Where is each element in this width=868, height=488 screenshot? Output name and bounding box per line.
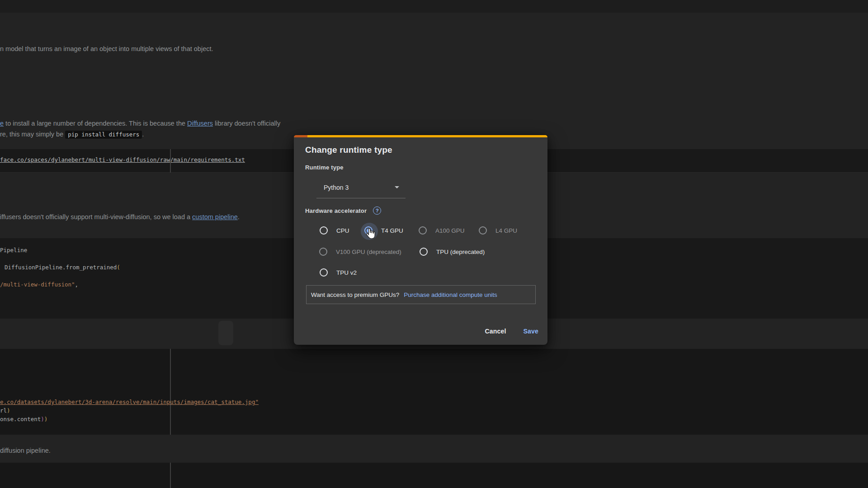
radio-icon[interactable] bbox=[420, 248, 428, 256]
code-line: e.co/datasets/dylanebert/3d-arena/resolv… bbox=[0, 398, 259, 406]
radio-option-l4-gpu[interactable]: L4 GPU bbox=[479, 226, 517, 235]
markdown-custom-pipeline-line: iffusers doesn't officially support mult… bbox=[0, 213, 240, 221]
radio-option-tpu-v2[interactable]: TPU v2 bbox=[320, 268, 357, 277]
code-cell-bottom-edge[interactable] bbox=[0, 463, 868, 488]
top-toolbar-strip bbox=[0, 0, 868, 13]
markdown-outro-text: diffusion pipeline. bbox=[0, 446, 51, 455]
topbar-orange-segment bbox=[307, 135, 547, 137]
code-line: rl) bbox=[0, 407, 10, 414]
radio-option-cpu[interactable]: CPU bbox=[320, 226, 349, 235]
runtime-type-value: Python 3 bbox=[324, 184, 349, 191]
dialog-actions: Cancel Save bbox=[478, 324, 545, 338]
radio-icon[interactable] bbox=[320, 268, 328, 277]
markdown-paragraph-line2: re, this may simply be pip install diffu… bbox=[0, 130, 144, 139]
help-icon[interactable]: ? bbox=[373, 206, 381, 215]
radio-option-a100-gpu[interactable]: A100 GPU bbox=[419, 226, 465, 235]
topbar-dark-orange-segment bbox=[294, 135, 307, 137]
code-line: Pipeline bbox=[0, 246, 27, 254]
cell-gap-widget bbox=[218, 321, 233, 345]
editor-column-ruler bbox=[170, 149, 171, 173]
markdown-intro-text: n model that turns an image of an object… bbox=[0, 45, 213, 53]
radio-option-tpu-deprecated[interactable]: TPU (deprecated) bbox=[420, 247, 485, 256]
premium-question: Want access to premium GPUs? bbox=[311, 291, 399, 298]
radio-icon[interactable] bbox=[479, 226, 487, 235]
diffusers-link[interactable]: Diffusers bbox=[187, 120, 213, 127]
hardware-accelerator-row: Hardware accelerator ? bbox=[305, 206, 381, 215]
premium-gpu-banner: Want access to premium GPUs? Purchase ad… bbox=[306, 285, 536, 304]
code-line: onse.content)) bbox=[0, 415, 47, 423]
chevron-down-icon bbox=[395, 186, 399, 188]
editor-column-ruler bbox=[170, 349, 171, 435]
colab-notebook-screen: n model that turns an image of an object… bbox=[0, 0, 868, 488]
radio-hover-halo bbox=[361, 223, 378, 240]
save-button[interactable]: Save bbox=[517, 324, 545, 338]
radio-icon[interactable] bbox=[419, 226, 427, 235]
cancel-button[interactable]: Cancel bbox=[478, 324, 512, 338]
code-cell-download[interactable]: e.co/datasets/dylanebert/3d-arena/resolv… bbox=[0, 349, 868, 435]
code-requirements-url: face.co/spaces/dylanebert/multi-view-dif… bbox=[0, 156, 245, 164]
radio-option-v100-gpu[interactable]: V100 GPU (deprecated) bbox=[319, 247, 401, 256]
custom-pipeline-link[interactable]: custom pipeline bbox=[192, 213, 238, 221]
runtime-type-select[interactable]: Python 3 bbox=[316, 177, 406, 198]
code-line: DiffusionPipeline.from_pretrained( bbox=[5, 263, 120, 271]
dialog-accent-topbar bbox=[294, 135, 547, 137]
editor-column-ruler bbox=[170, 463, 171, 488]
runtime-type-label: Runtime type bbox=[305, 164, 344, 171]
radio-icon-selected[interactable] bbox=[364, 226, 373, 235]
radio-icon[interactable] bbox=[319, 248, 327, 256]
markdown-paragraph-line1: e to install a large number of dependenc… bbox=[0, 119, 280, 127]
radio-icon[interactable] bbox=[320, 226, 328, 235]
inline-code-pip-install: pip install diffusers bbox=[65, 131, 142, 139]
change-runtime-type-dialog: Change runtime type Runtime type Python … bbox=[294, 135, 547, 345]
truncated-link[interactable]: e bbox=[0, 120, 4, 127]
purchase-compute-units-link[interactable]: Purchase additional compute units bbox=[404, 291, 497, 298]
code-line: /multi-view-diffusion", bbox=[0, 281, 78, 288]
hardware-accelerator-label: Hardware accelerator bbox=[305, 207, 367, 214]
dialog-title: Change runtime type bbox=[305, 145, 392, 155]
radio-option-t4-gpu[interactable]: T4 GPU bbox=[364, 226, 403, 235]
